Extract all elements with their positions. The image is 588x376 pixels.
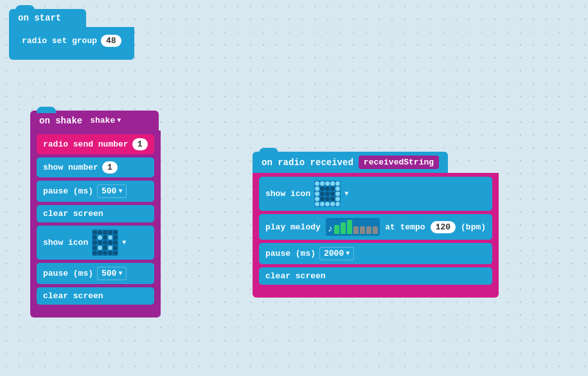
on-shake-group: on shake shake ▼ radio send number 1 sho… — [30, 111, 161, 318]
on-radio-received-group: on radio received receivedString show ic… — [253, 152, 499, 298]
clear-screen-block-2[interactable]: clear screen — [37, 287, 154, 305]
note-icon: ♪ — [328, 224, 333, 234]
shake-dropdown-arrow: ▼ — [117, 117, 121, 124]
radio-send-value[interactable]: 1 — [132, 138, 148, 150]
pause-dropdown-2[interactable]: 500 ▼ — [97, 267, 127, 280]
tempo-value[interactable]: 120 — [431, 221, 456, 233]
clear-screen-block-3[interactable]: clear screen — [259, 267, 492, 285]
on-shake-label: on shake — [39, 116, 82, 126]
clear-screen-label-1: clear screen — [43, 209, 103, 219]
pause-dropdown-1[interactable]: 500 ▼ — [97, 184, 127, 198]
show-icon-block-1[interactable]: show icon ▼ — [37, 226, 154, 260]
melody-visual[interactable]: ♪ — [326, 218, 380, 236]
show-icon-dropdown-1[interactable]: ▼ — [122, 239, 126, 246]
clear-screen-label-3: clear screen — [265, 271, 326, 281]
pause-block-3[interactable]: pause (ms) 2000 ▼ — [259, 243, 492, 264]
show-icon-grid-1[interactable] — [92, 229, 118, 256]
pause-dropdown-3[interactable]: 2000 ▼ — [319, 247, 354, 260]
play-melody-label: play melody — [265, 222, 321, 232]
on-shake-hat[interactable]: on shake shake ▼ — [30, 111, 159, 130]
on-start-hat[interactable]: on start — [9, 9, 86, 27]
pause-block-2[interactable]: pause (ms) 500 ▼ — [37, 263, 154, 284]
play-melody-block[interactable]: play melody ♪ at tempo 120 (bpm) — [259, 214, 492, 240]
radio-send-number-label: radio send number — [43, 139, 129, 149]
pause-value-1: 500 — [102, 186, 116, 196]
show-icon-label-1: show icon — [43, 238, 88, 247]
radio-set-group-label: radio set group — [22, 36, 97, 46]
shake-dropdown[interactable]: shake ▼ — [86, 114, 125, 127]
pause-label-3: pause (ms) — [265, 249, 316, 258]
on-radio-received-label: on radio received — [262, 157, 353, 168]
show-number-value[interactable]: 1 — [102, 161, 118, 174]
radio-group-value[interactable]: 48 — [101, 35, 121, 47]
on-radio-received-hat[interactable]: on radio received receivedString — [253, 152, 448, 173]
pause-block-1[interactable]: pause (ms) 500 ▼ — [37, 181, 154, 202]
clear-screen-block-1[interactable]: clear screen — [37, 205, 154, 222]
show-icon-block-2[interactable]: show icon ▼ — [259, 177, 492, 211]
on-start-group: on start radio set group 48 — [9, 9, 134, 60]
at-tempo-label: at tempo — [385, 222, 425, 232]
pause-value-3: 2000 — [324, 249, 344, 258]
show-icon-label-2: show icon — [265, 189, 310, 199]
show-number-block[interactable]: show number 1 — [37, 157, 154, 177]
bpm-label: (bpm) — [461, 222, 486, 232]
show-icon-grid-2[interactable] — [314, 181, 341, 207]
pause-label-1: pause (ms) — [43, 186, 93, 196]
radio-set-group-block[interactable]: radio set group 48 — [15, 31, 128, 51]
show-number-label: show number — [43, 163, 98, 172]
show-icon-dropdown-2[interactable]: ▼ — [344, 190, 348, 197]
received-string-label[interactable]: receivedString — [359, 156, 439, 169]
clear-screen-label-2: clear screen — [43, 291, 103, 301]
radio-send-number-block[interactable]: radio send number 1 — [37, 134, 154, 154]
pause-label-2: pause (ms) — [43, 269, 93, 278]
pause-value-2: 500 — [102, 269, 116, 278]
on-start-label: on start — [18, 13, 61, 23]
